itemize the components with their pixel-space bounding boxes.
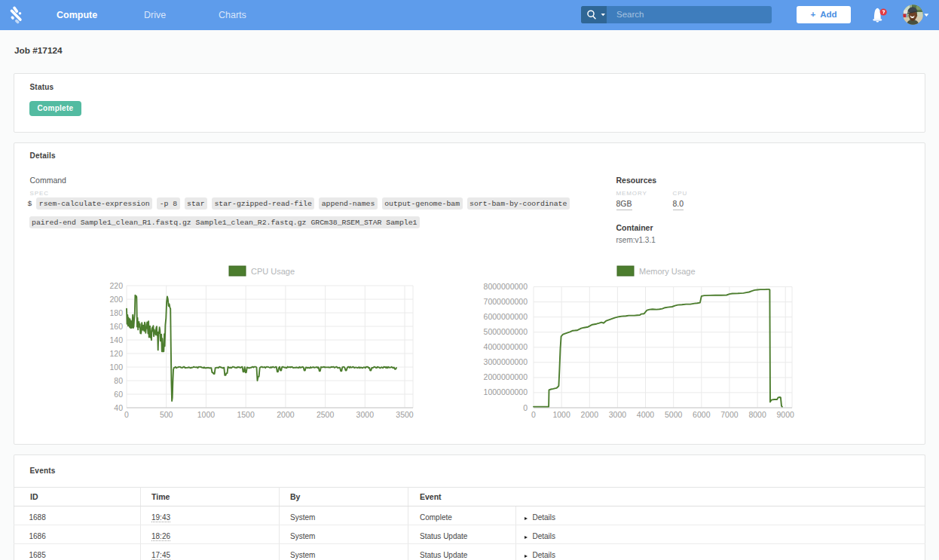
svg-text:2500: 2500 <box>317 410 335 419</box>
svg-text:1000000000: 1000000000 <box>484 387 528 396</box>
svg-text:120: 120 <box>109 349 123 358</box>
svg-text:1000: 1000 <box>197 410 216 419</box>
svg-text:9000: 9000 <box>777 410 795 419</box>
svg-text:1000: 1000 <box>552 410 570 419</box>
svg-text:160: 160 <box>109 322 123 331</box>
svg-text:0: 0 <box>523 403 528 412</box>
svg-text:3000: 3000 <box>609 410 627 419</box>
svg-text:40: 40 <box>114 403 123 412</box>
svg-text:100: 100 <box>109 363 123 372</box>
svg-text:6000000000: 6000000000 <box>484 312 528 321</box>
svg-text:200: 200 <box>109 295 123 304</box>
svg-text:Memory Usage: Memory Usage <box>639 267 696 276</box>
svg-text:2000: 2000 <box>581 410 599 419</box>
svg-text:140: 140 <box>109 335 123 344</box>
svg-text:CPU Usage: CPU Usage <box>251 267 295 276</box>
svg-text:1500: 1500 <box>237 410 255 419</box>
svg-text:8000: 8000 <box>748 410 766 419</box>
svg-text:500: 500 <box>160 410 173 419</box>
svg-text:7000: 7000 <box>720 410 739 419</box>
svg-text:4000: 4000 <box>637 410 655 419</box>
svg-text:180: 180 <box>109 308 123 317</box>
svg-text:5000000000: 5000000000 <box>484 327 528 336</box>
svg-text:2000000000: 2000000000 <box>484 372 528 381</box>
svg-text:8000000000: 8000000000 <box>484 282 528 291</box>
svg-text:6000: 6000 <box>693 410 711 419</box>
svg-text:0: 0 <box>124 410 129 419</box>
svg-text:2000: 2000 <box>277 410 295 419</box>
svg-text:7000000000: 7000000000 <box>484 297 528 306</box>
svg-text:220: 220 <box>109 281 123 290</box>
svg-text:3000000000: 3000000000 <box>484 357 528 366</box>
svg-text:0: 0 <box>531 410 536 419</box>
svg-text:4000000000: 4000000000 <box>484 342 528 351</box>
svg-text:60: 60 <box>114 390 123 399</box>
svg-text:5000: 5000 <box>665 410 683 419</box>
svg-text:3000: 3000 <box>356 410 375 419</box>
svg-text:3500: 3500 <box>396 410 414 419</box>
svg-text:80: 80 <box>114 376 123 385</box>
